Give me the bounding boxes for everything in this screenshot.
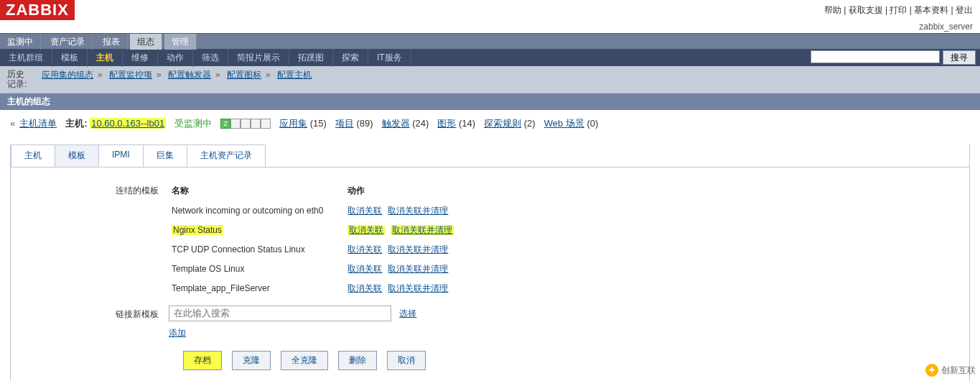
- status-badge: 受监测中: [174, 117, 212, 130]
- watermark-icon: ✦: [925, 364, 938, 377]
- profile-link[interactable]: 基本资料: [914, 5, 948, 15]
- tab-admin[interactable]: 管理: [164, 34, 197, 50]
- crumb-items[interactable]: 配置监控项: [109, 70, 152, 80]
- server-label: zabbix_server: [919, 20, 980, 33]
- page-title: 主机的组态: [0, 93, 980, 110]
- sub-maintenance[interactable]: 维修: [123, 49, 158, 67]
- history-label: 历史记录:: [7, 69, 29, 90]
- add-link[interactable]: 添加: [169, 328, 186, 338]
- tab-templates[interactable]: 模板: [55, 144, 99, 167]
- web-link[interactable]: Web 场景: [544, 118, 584, 129]
- table-row: Template OS Linux 取消关联取消关联并清理: [169, 260, 475, 279]
- unlink-link[interactable]: 取消关联: [347, 244, 382, 254]
- host-link[interactable]: 10.60.0.163--lb01: [90, 118, 166, 129]
- form-actions: 存档 克隆 全克隆 删除 取消: [25, 346, 955, 370]
- snmp-indicator-icon: [230, 119, 241, 129]
- tab-inventory[interactable]: 资产记录: [43, 34, 93, 50]
- apps-link[interactable]: 应用集: [279, 118, 307, 129]
- triggers-link[interactable]: 触发器: [382, 118, 410, 129]
- crumb-hosts[interactable]: 配置主机: [277, 70, 312, 80]
- sub-screens[interactable]: 筛选: [193, 49, 228, 67]
- col-name: 名称: [169, 182, 345, 201]
- template-search-input[interactable]: [169, 306, 391, 321]
- cancel-button[interactable]: 取消: [387, 351, 426, 370]
- extra-indicator-icon: [261, 119, 271, 129]
- breadcrumb: 历史记录: 应用集的组态» 配置监控项» 配置触发器» 配置图标» 配置主机: [0, 66, 980, 93]
- logo: ZABBIX: [0, 0, 75, 20]
- ipmi-indicator-icon: [251, 119, 261, 129]
- tab-config[interactable]: 组态: [130, 34, 162, 50]
- sub-menu: 主机群组 模板 主机 维修 动作 筛选 简报片展示 拓蹼图 探索 IT服务 搜寻: [0, 49, 980, 66]
- watermark-text: 创新互联: [941, 364, 976, 377]
- sub-hostgroups[interactable]: 主机群组: [0, 49, 52, 67]
- zbx-indicator-icon: Z: [220, 119, 230, 129]
- host-tabs: 主机 模板 IPMI 巨集 主机资产记录: [11, 144, 969, 167]
- unlink-clear-link[interactable]: 取消关联并清理: [388, 206, 448, 216]
- host-summary: « 主机清单 主机: 10.60.0.163--lb01 受监测中 Z 应用集 …: [0, 110, 980, 137]
- unlink-clear-link[interactable]: 取消关联并清理: [391, 225, 454, 235]
- availability-indicators: Z: [220, 119, 271, 129]
- sub-hosts[interactable]: 主机: [88, 49, 123, 67]
- table-row: Network incoming or outcoming on eth0 取消…: [169, 201, 475, 221]
- tab-reports[interactable]: 报表: [95, 34, 128, 50]
- discovery-link[interactable]: 探索规则: [484, 118, 521, 129]
- unlink-link[interactable]: 取消关联: [347, 264, 382, 274]
- tab-macros[interactable]: 巨集: [143, 144, 187, 167]
- crumb-appset[interactable]: 应用集的组态: [42, 70, 93, 80]
- col-action: 动作: [345, 182, 475, 201]
- archive-button[interactable]: 存档: [183, 351, 222, 370]
- unlink-link[interactable]: 取消关联: [347, 225, 385, 235]
- unlink-link[interactable]: 取消关联: [347, 206, 382, 216]
- linked-templates-table: 名称 动作 Network incoming or outcoming on e…: [169, 182, 475, 298]
- sub-actions[interactable]: 动作: [158, 49, 193, 67]
- tab-ipmi[interactable]: IPMI: [98, 144, 144, 167]
- host-list-link[interactable]: 主机清单: [19, 117, 57, 130]
- top-links: 帮助 | 获取支援 | 打印 | 基本资料 | 登出: [824, 0, 980, 17]
- search-input[interactable]: [811, 50, 940, 63]
- unlink-clear-link[interactable]: 取消关联并清理: [388, 244, 448, 254]
- unlink-clear-link[interactable]: 取消关联并清理: [388, 283, 448, 293]
- linked-templates-label: 连结的模板: [25, 182, 169, 298]
- link-new-label: 链接新模板: [25, 306, 169, 339]
- crumb-graphs[interactable]: 配置图标: [227, 70, 261, 80]
- clone-button[interactable]: 克隆: [232, 351, 271, 370]
- items-link[interactable]: 项目: [335, 118, 354, 129]
- full-clone-button[interactable]: 全克隆: [281, 351, 328, 370]
- table-row: Template_app_FileServer 取消关联取消关联并清理: [169, 279, 475, 298]
- select-button[interactable]: 选择: [399, 308, 416, 320]
- support-link[interactable]: 获取支援: [849, 5, 883, 15]
- logout-link[interactable]: 登出: [956, 5, 973, 15]
- help-link[interactable]: 帮助: [824, 5, 841, 15]
- sub-maps[interactable]: 拓蹼图: [289, 49, 333, 67]
- tab-host[interactable]: 主机: [11, 144, 55, 167]
- tab-inventory[interactable]: 主机资产记录: [187, 144, 266, 167]
- print-link[interactable]: 打印: [890, 5, 907, 15]
- unlink-link[interactable]: 取消关联: [347, 283, 382, 293]
- unlink-clear-link[interactable]: 取消关联并清理: [388, 264, 448, 274]
- search-button[interactable]: 搜寻: [943, 50, 976, 65]
- watermark: ✦ 创新互联: [925, 364, 976, 377]
- sub-slides[interactable]: 简报片展示: [228, 49, 289, 67]
- main-menu: 监测中 资产记录 报表 组态 管理: [0, 33, 980, 49]
- crumb-triggers[interactable]: 配置触发器: [168, 70, 211, 80]
- delete-button[interactable]: 删除: [338, 351, 377, 370]
- sub-templates[interactable]: 模板: [52, 49, 88, 67]
- table-row: Nginx Status 取消关联取消关联并清理: [169, 221, 475, 240]
- host-label: 主机:: [65, 118, 87, 129]
- table-row: TCP UDP Connection Status Linux 取消关联取消关联…: [169, 240, 475, 260]
- tab-monitoring[interactable]: 监测中: [0, 34, 41, 50]
- sub-discovery[interactable]: 探索: [333, 49, 368, 67]
- sub-itservices[interactable]: IT服务: [368, 49, 411, 67]
- jmx-indicator-icon: [241, 119, 251, 129]
- graphs-link[interactable]: 图形: [437, 118, 456, 129]
